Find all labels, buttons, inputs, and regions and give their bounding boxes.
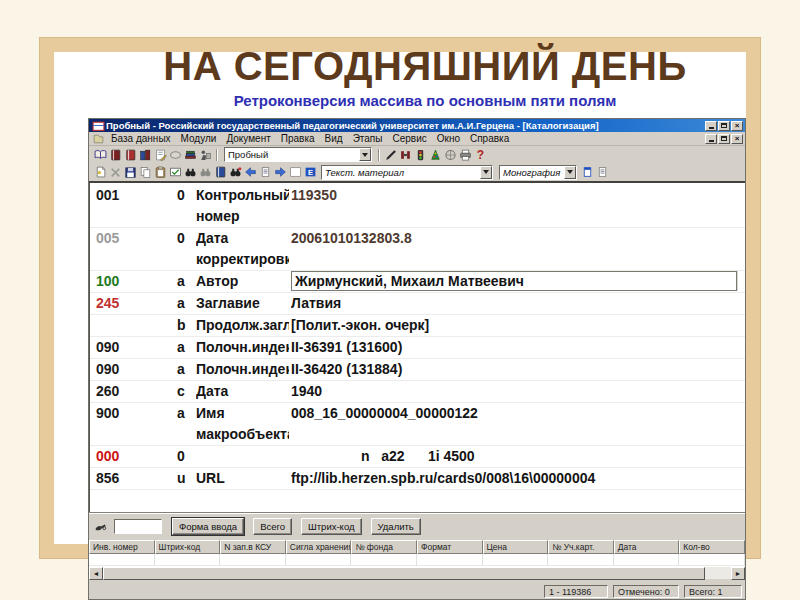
child-restore-button[interactable] xyxy=(718,134,730,144)
globe-gray-icon[interactable] xyxy=(443,148,458,162)
menu-сервис[interactable]: Сервис xyxy=(387,133,431,144)
child-close-button[interactable]: × xyxy=(731,134,743,144)
restore-button[interactable] xyxy=(718,121,730,131)
marc-value-cell[interactable]: II-36391 (131600) xyxy=(291,337,745,358)
marc-value-cell[interactable]: 008_16_00000004_00000122 xyxy=(291,403,745,424)
marc-row-005[interactable]: 0050Дата корректировки20061010132803.8 xyxy=(90,228,745,271)
holdings-column-header[interactable]: № фонда xyxy=(351,540,417,554)
button-всего[interactable]: Всего xyxy=(253,518,292,535)
material-type-combobox[interactable]: Текст. материал xyxy=(321,165,493,180)
combo-dropdown-button[interactable] xyxy=(564,166,576,179)
close-button[interactable]: × xyxy=(731,121,743,131)
record-type-combobox[interactable]: Монография xyxy=(499,165,577,180)
holdings-column-header[interactable]: N зап.в КСУ xyxy=(220,540,286,554)
marc-value-cell[interactable]: 119350 xyxy=(291,185,745,206)
blocked-icon[interactable] xyxy=(108,165,123,179)
child-minimize-button[interactable] xyxy=(705,134,717,144)
holdings-column-header[interactable]: Штрих-код xyxy=(155,540,221,554)
pen-icon[interactable] xyxy=(383,148,398,162)
find-red-icon[interactable] xyxy=(228,165,243,179)
button-штрих-код[interactable]: Штрих-код xyxy=(301,518,361,535)
button-удалить[interactable]: Удалить xyxy=(371,518,421,535)
books-stack-icon[interactable] xyxy=(183,148,198,162)
button-форма-ввода[interactable]: Форма ввода xyxy=(172,518,244,535)
open-book-icon[interactable] xyxy=(93,148,108,162)
marc-row-090[interactable]: 090aПолочн.индексII-36391 (131600) xyxy=(90,337,745,359)
minimize-button[interactable] xyxy=(705,121,717,131)
holdings-column-header[interactable]: Цена xyxy=(483,540,549,554)
marc-row-856[interactable]: 856uURLftp://lib.herzen.spb.ru/cards0/00… xyxy=(90,468,745,490)
holdings-column-header[interactable]: № Уч.карт. xyxy=(548,540,614,554)
menu-справка[interactable]: Справка xyxy=(465,133,514,144)
reader-icon[interactable] xyxy=(198,148,213,162)
holdings-empty-row[interactable] xyxy=(89,554,745,566)
menu-этапы[interactable]: Этапы xyxy=(348,133,388,144)
hand-search-icon[interactable] xyxy=(93,519,108,533)
marc-subfield: a xyxy=(177,359,196,380)
marc-row-000[interactable]: 0000 n a22 1i 4500 xyxy=(90,446,745,468)
traffic-light-icon[interactable] xyxy=(413,148,428,162)
scroll-right-button[interactable]: ► xyxy=(731,567,745,580)
marc-value-cell[interactable]: ftp://lib.herzen.spb.ru/cards0/008\16\00… xyxy=(291,468,745,489)
doc-icon[interactable] xyxy=(258,165,273,179)
combo-check-icon[interactable] xyxy=(168,165,183,179)
holdings-column-header[interactable]: Формат xyxy=(417,540,483,554)
menu-правка[interactable]: Правка xyxy=(276,133,320,144)
combo-dropdown-button[interactable] xyxy=(359,148,371,161)
weight-maroon-icon[interactable] xyxy=(398,148,413,162)
marc-row-260[interactable]: 260cДата издания1940 xyxy=(90,381,745,403)
book-maroon-icon[interactable] xyxy=(108,148,123,162)
marc-row-900[interactable]: 900aИмя макрообъекта008_16_00000004_0000… xyxy=(90,403,745,446)
book-small-icon[interactable] xyxy=(213,165,228,179)
marc-row-sub[interactable]: bПродолж.загл[Полит.-экон. очерк] xyxy=(90,315,745,337)
marc-value-cell[interactable]: [Полит.-экон. очерк] xyxy=(291,315,745,336)
save-icon[interactable] xyxy=(123,165,138,179)
menu-модули[interactable]: Модули xyxy=(176,133,222,144)
marc-value-editbox[interactable]: Жирмунский, Михаил Матвеевич xyxy=(291,271,737,291)
white-box-icon[interactable] xyxy=(288,165,303,179)
marc-row-090[interactable]: 090aПолочн.индексII-36420 (131884) xyxy=(90,359,745,381)
marc-row-001[interactable]: 0010Контрольный номер119350 xyxy=(90,185,745,228)
combo-dropdown-button[interactable] xyxy=(480,166,492,179)
database-combobox[interactable]: Пробный xyxy=(224,147,372,162)
marc-value-cell[interactable]: 20061010132803.8 xyxy=(291,228,745,249)
holdings-column-header[interactable]: Дата xyxy=(614,540,680,554)
horizontal-scrollbar[interactable]: ◄ ► xyxy=(89,566,745,579)
doc-blue-icon[interactable] xyxy=(580,165,595,179)
copy-icon[interactable] xyxy=(138,165,153,179)
find-gray-icon[interactable] xyxy=(198,165,213,179)
oval-gray-icon[interactable] xyxy=(168,148,183,162)
doc-white-icon[interactable] xyxy=(595,165,610,179)
menu-окно[interactable]: Окно xyxy=(432,133,465,144)
find-icon[interactable] xyxy=(183,165,198,179)
marc-value-cell[interactable]: Жирмунский, Михаил Матвеевич xyxy=(291,271,745,291)
scrollbar-thumb[interactable] xyxy=(103,567,705,580)
marc-value-cell[interactable]: II-36420 (131884) xyxy=(291,359,745,380)
holdings-column-header[interactable]: Сигла хранения xyxy=(286,540,352,554)
window-titlebar[interactable]: Пробный - Российский государственный пед… xyxy=(89,119,745,132)
e-blue-icon[interactable]: E xyxy=(303,165,318,179)
arrow-left-icon[interactable] xyxy=(243,165,258,179)
paste-icon[interactable] xyxy=(153,165,168,179)
tree-chart-icon[interactable] xyxy=(428,148,443,162)
menu-база-данных[interactable]: База данных xyxy=(106,133,176,144)
page-edit-icon[interactable] xyxy=(153,148,168,162)
marc-value-cell[interactable]: 1940 xyxy=(291,381,745,402)
book-red-icon[interactable] xyxy=(123,148,138,162)
menu-вид[interactable]: Вид xyxy=(320,133,348,144)
arrow-right-icon[interactable] xyxy=(273,165,288,179)
scroll-left-button[interactable]: ◄ xyxy=(89,567,103,580)
marc-value-cell[interactable]: n a22 1i 4500 xyxy=(291,446,745,467)
document-icon[interactable] xyxy=(91,132,106,146)
books-blue-icon[interactable] xyxy=(138,148,153,162)
new-page-icon[interactable] xyxy=(93,165,108,179)
holdings-column-header[interactable]: Кол-во xyxy=(679,540,745,554)
menu-документ[interactable]: Документ xyxy=(221,133,275,144)
holdings-search-input[interactable] xyxy=(114,519,162,534)
holdings-column-header[interactable]: Инв. номер xyxy=(89,540,155,554)
marc-row-100[interactable]: 100aАвторЖирмунский, Михаил Матвеевич xyxy=(90,271,745,293)
help-icon[interactable]: ? xyxy=(473,148,488,162)
marc-value-cell[interactable]: Латвия xyxy=(291,293,745,314)
printer-icon[interactable] xyxy=(458,148,473,162)
marc-row-245[interactable]: 245aЗаглавиеЛатвия xyxy=(90,293,745,315)
